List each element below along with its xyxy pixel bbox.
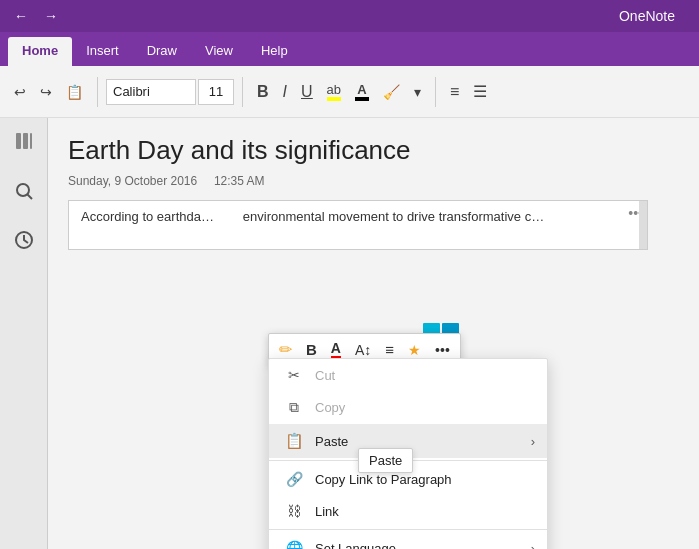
eraser-icon: 🧹 [383, 84, 400, 100]
format-more-button[interactable]: ▾ [408, 80, 427, 104]
tab-help[interactable]: Help [247, 37, 302, 66]
highlight-icon: ab [327, 83, 341, 101]
divider-2 [269, 529, 547, 530]
numbered-list-button[interactable]: ☰ [467, 78, 493, 105]
svg-rect-2 [30, 133, 32, 149]
copy-label: Copy [315, 400, 345, 415]
link-label: Link [315, 504, 339, 519]
numbered-list-icon: ☰ [473, 82, 487, 101]
cut-icon: ✂ [285, 367, 303, 383]
tab-home[interactable]: Home [8, 37, 72, 66]
chevron-down-icon: ▾ [414, 84, 421, 100]
paste-icon: 📋 [285, 432, 303, 450]
paste-tooltip: Paste [358, 448, 413, 473]
ribbon-tabs: Home Insert Draw View Help [0, 32, 699, 66]
font-group [106, 79, 234, 105]
separator-1 [97, 77, 98, 107]
bullet-list-icon: ≡ [450, 83, 459, 101]
page-title: Earth Day and its significance [68, 134, 679, 168]
page-time: 12:35 AM [214, 174, 265, 188]
link-icon: ⛓ [285, 503, 303, 519]
app-title: OneNote [619, 8, 691, 24]
paste-tooltip-label: Paste [369, 453, 402, 468]
nav-controls: ← → [8, 6, 64, 26]
cut-label: Cut [315, 368, 335, 383]
page-date: Sunday, 9 October 2016 [68, 174, 197, 188]
sidebar-notebooks-icon[interactable] [9, 126, 39, 161]
mini-bold-button[interactable]: B [302, 339, 321, 360]
mini-list-button[interactable]: ≡ [381, 339, 398, 360]
mini-font-size-icon: A↕ [355, 342, 371, 358]
context-menu-link[interactable]: ⛓ Link [269, 495, 547, 527]
sidebar-search-icon[interactable] [10, 177, 38, 210]
main-content: Earth Day and its significance Sunday, 9… [0, 118, 699, 549]
separator-2 [242, 77, 243, 107]
title-bar-left: ← → [8, 6, 64, 26]
left-sidebar [0, 118, 48, 549]
mini-font-size-button[interactable]: A↕ [351, 340, 375, 360]
separator-3 [435, 77, 436, 107]
note-content-box[interactable]: According to earthda… environmental move… [68, 200, 648, 250]
copy-link-icon: 🔗 [285, 471, 303, 487]
tab-insert[interactable]: Insert [72, 37, 133, 66]
undo-group: ↩ ↪ 📋 [8, 80, 89, 104]
note-text: According to earthda… environmental move… [81, 209, 544, 224]
svg-rect-0 [16, 133, 21, 149]
bullet-list-button[interactable]: ≡ [444, 79, 465, 105]
list-group: ≡ ☰ [444, 78, 493, 105]
page-meta: Sunday, 9 October 2016 12:35 AM [68, 174, 679, 188]
bold-button[interactable]: B [251, 79, 275, 105]
nav-back-button[interactable]: ← [8, 6, 34, 26]
mini-star-button[interactable]: ★ [404, 340, 425, 360]
undo-button[interactable]: ↩ [8, 80, 32, 104]
mini-more-icon: ••• [435, 342, 450, 358]
sidebar-history-icon[interactable] [10, 226, 38, 259]
mini-more-button[interactable]: ••• [431, 340, 454, 360]
font-color-button[interactable]: A [349, 79, 375, 105]
set-language-label: Set Language [315, 541, 396, 550]
paste-label: Paste [315, 434, 348, 449]
format-group: B I U ab A 🧹 ▾ [251, 79, 427, 105]
context-menu-copy[interactable]: ⧉ Copy [269, 391, 547, 424]
font-size-input[interactable] [198, 79, 234, 105]
copy-icon: ⧉ [285, 399, 303, 416]
nav-forward-button[interactable]: → [38, 6, 64, 26]
context-menu-set-language[interactable]: 🌐 Set Language › [269, 532, 547, 549]
mini-list-icon: ≡ [385, 341, 394, 358]
underline-button[interactable]: U [295, 79, 319, 105]
tab-view[interactable]: View [191, 37, 247, 66]
mini-highlight-icon: ✏ [279, 341, 292, 358]
redo-button[interactable]: ↪ [34, 80, 58, 104]
set-language-submenu-icon: › [531, 541, 535, 550]
mini-font-color-icon: A [331, 340, 341, 359]
svg-rect-1 [23, 133, 28, 149]
font-name-input[interactable] [106, 79, 196, 105]
svg-line-4 [27, 195, 32, 200]
page-area: Earth Day and its significance Sunday, 9… [48, 118, 699, 549]
copy-link-label: Copy Link to Paragraph [315, 472, 452, 487]
eraser-button[interactable]: 🧹 [377, 80, 406, 104]
note-scrollbar[interactable] [639, 201, 647, 249]
title-bar: ← → OneNote [0, 0, 699, 32]
set-language-icon: 🌐 [285, 540, 303, 549]
svg-point-3 [17, 184, 29, 196]
font-color-icon: A [355, 83, 369, 101]
tab-draw[interactable]: Draw [133, 37, 191, 66]
mini-star-icon: ★ [408, 342, 421, 358]
ribbon-toolbar: ↩ ↪ 📋 B I U ab A 🧹 ▾ [0, 66, 699, 118]
context-menu-cut[interactable]: ✂ Cut [269, 359, 547, 391]
highlight-button[interactable]: ab [321, 79, 347, 105]
italic-button[interactable]: I [277, 79, 293, 105]
clipboard-button[interactable]: 📋 [60, 80, 89, 104]
paste-submenu-icon: › [531, 434, 535, 449]
